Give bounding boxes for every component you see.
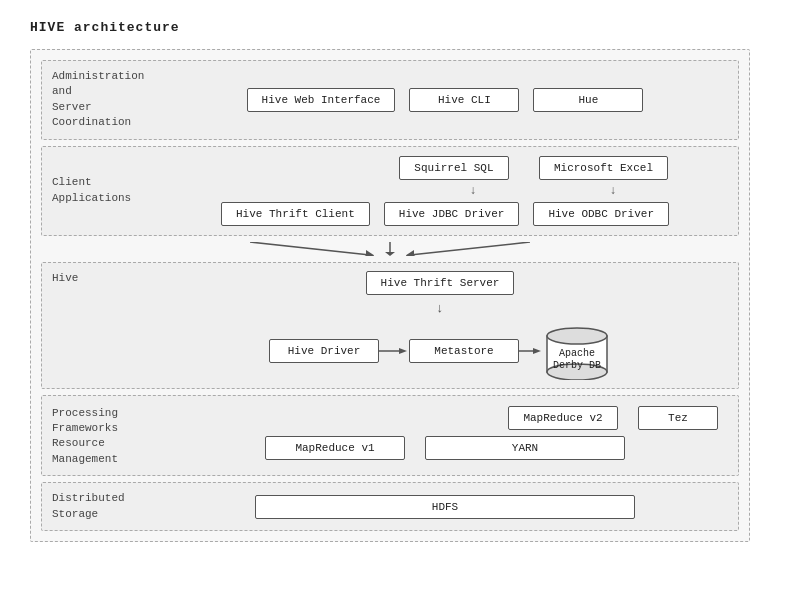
box-hdfs: HDFS (255, 495, 635, 519)
svg-marker-3 (385, 252, 395, 256)
client-section: Client Applications Squirrel SQL Microso… (41, 146, 739, 236)
box-hive-cli: Hive CLI (409, 88, 519, 112)
page: HIVE architecture Administration andServ… (0, 0, 794, 595)
page-title: HIVE architecture (30, 20, 764, 35)
client-row2: Hive Thrift Client Hive JDBC Driver Hive… (162, 202, 728, 226)
box-mapreduce-v1: MapReduce v1 (265, 436, 405, 460)
processing-bottom-row: MapReduce v1 YARN (172, 436, 718, 460)
processing-section: Processing FrameworksResource Management… (41, 395, 739, 477)
arrow-right-db-svg (519, 343, 543, 359)
storage-section: Distributed Storage HDFS (41, 482, 739, 531)
box-hive-jdbc-driver: Hive JDBC Driver (384, 202, 520, 226)
box-hue: Hue (533, 88, 643, 112)
box-squirrel-sql: Squirrel SQL (399, 156, 509, 180)
client-content: Squirrel SQL Microsoft Excel ↓ ↓ Hive Th… (162, 156, 728, 226)
arrow-down-1: ↓ (418, 184, 528, 198)
arrow-thrift-down: ↓ (152, 301, 728, 316)
processing-top-row: MapReduce v2 Tez (172, 406, 718, 430)
svg-text:Apache: Apache (559, 348, 595, 359)
client-arrows: ↓ ↓ (162, 186, 728, 196)
box-metastore: Metastore (409, 339, 519, 363)
box-hive-odbc-driver: Hive ODBC Driver (533, 202, 669, 226)
box-microsoft-excel: Microsoft Excel (539, 156, 668, 180)
admin-row: Hive Web Interface Hive CLI Hue (162, 88, 728, 112)
storage-label: Distributed Storage (52, 491, 162, 522)
arrow-down-2: ↓ (558, 184, 668, 198)
storage-row: HDFS (162, 495, 728, 519)
svg-line-0 (250, 242, 370, 255)
arrow-meta-db (519, 343, 543, 359)
convergence-arrows (150, 242, 630, 256)
admin-content: Hive Web Interface Hive CLI Hue (162, 88, 728, 112)
arrow-right-svg (379, 343, 409, 359)
architecture-diagram: Administration andServer Coordination Hi… (30, 49, 750, 542)
hive-bottom-row: Hive Driver Metastore (152, 322, 728, 380)
inter-arrow-area (41, 242, 739, 256)
hive-inner: Hive Thrift Server ↓ Hive Driver Metasto… (152, 271, 728, 380)
processing-content: MapReduce v2 Tez MapReduce v1 YARN (162, 406, 728, 460)
svg-text:Derby DB: Derby DB (553, 360, 601, 371)
box-tez: Tez (638, 406, 718, 430)
processing-label: Processing FrameworksResource Management (52, 406, 162, 468)
hive-section: Hive Hive Thrift Server ↓ Hive Driver (41, 262, 739, 389)
client-label: Client Applications (52, 175, 162, 206)
arrow-driver-meta (379, 343, 409, 359)
box-hive-thrift-server: Hive Thrift Server (366, 271, 515, 295)
svg-marker-5 (399, 348, 407, 354)
storage-content: HDFS (162, 495, 728, 519)
box-hive-driver: Hive Driver (269, 339, 379, 363)
cylinder-svg: Apache Derby DB (543, 322, 611, 380)
admin-label: Administration andServer Coordination (52, 69, 162, 131)
hive-label: Hive (52, 271, 152, 286)
box-mapreduce-v2: MapReduce v2 (508, 406, 618, 430)
svg-line-2 (410, 242, 530, 255)
admin-section: Administration andServer Coordination Hi… (41, 60, 739, 140)
hive-thrift-row: Hive Thrift Server (152, 271, 728, 295)
svg-marker-7 (533, 348, 541, 354)
client-row1: Squirrel SQL Microsoft Excel (162, 156, 728, 180)
db-cylinder: Apache Derby DB (543, 322, 611, 380)
svg-point-10 (547, 328, 607, 344)
box-hive-thrift-client: Hive Thrift Client (221, 202, 370, 226)
box-yarn: YARN (425, 436, 625, 460)
box-hive-web-interface: Hive Web Interface (247, 88, 396, 112)
